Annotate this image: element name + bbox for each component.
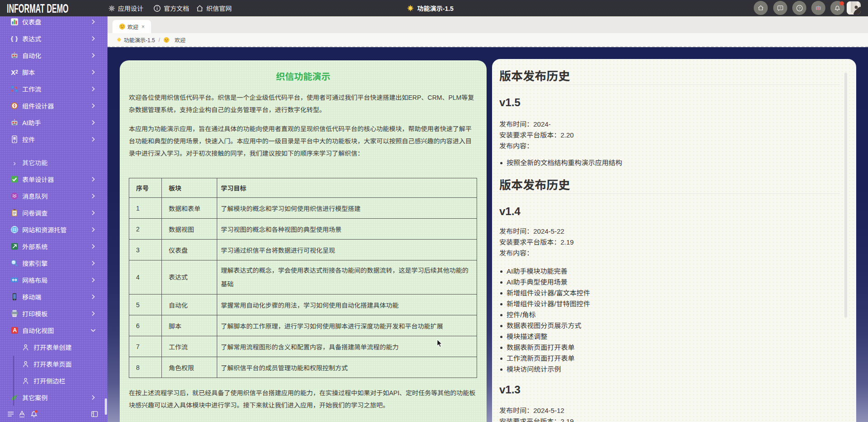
svg-text:?: ? — [780, 6, 781, 10]
svg-text:INFORMAT DEMO: INFORMAT DEMO — [7, 1, 68, 15]
svg-text:?: ? — [798, 6, 800, 10]
svg-text:A: A — [13, 327, 17, 334]
